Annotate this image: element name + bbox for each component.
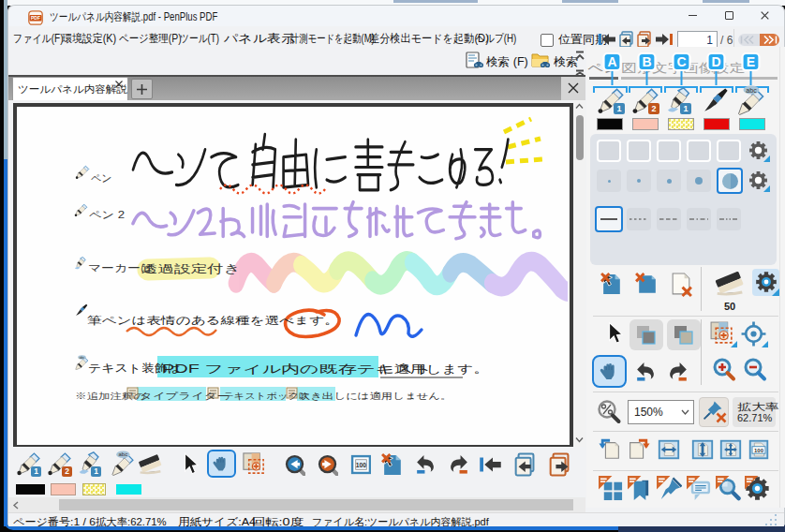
svg-text:D: D — [711, 54, 720, 69]
svg-text:C: C — [676, 54, 686, 69]
svg-text:E: E — [747, 54, 755, 69]
svg-text:B: B — [642, 54, 651, 69]
svg-text:A: A — [607, 54, 616, 69]
svg-text:PDF: PDF — [31, 15, 40, 21]
